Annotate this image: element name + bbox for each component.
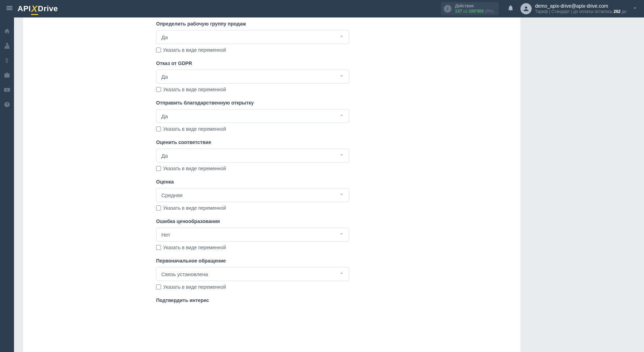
select-gdpr[interactable]: Да xyxy=(156,70,349,84)
field-label: Определить рабочую группу продаж xyxy=(156,21,506,27)
logo-api: API xyxy=(18,4,31,13)
chevron-down-icon xyxy=(339,192,344,198)
select-thankyou-card[interactable]: Да xyxy=(156,109,349,123)
select-pricing-error[interactable]: Нет xyxy=(156,228,349,242)
checkbox-label[interactable]: Указать в виде переменной xyxy=(163,126,226,132)
left-sidebar xyxy=(0,17,14,352)
actions-count: 137 xyxy=(455,9,462,14)
chevron-down-icon xyxy=(339,231,344,238)
tariff-suffix: дн xyxy=(621,9,626,14)
sidebar-home[interactable] xyxy=(0,24,14,38)
field-label: Подтвердить интерес xyxy=(156,297,506,303)
sidebar-help[interactable] xyxy=(0,98,14,111)
form-group: Определить рабочую группу продаж Да Указ… xyxy=(156,21,506,53)
panel-left-column xyxy=(23,17,139,352)
briefcase-icon xyxy=(4,72,10,78)
variable-checkbox[interactable] xyxy=(156,166,161,171)
variable-checkbox[interactable] xyxy=(156,87,161,92)
tariff-prefix: Тариф | Стандарт | до оплаты осталось xyxy=(535,9,614,14)
svg-rect-0 xyxy=(6,43,8,45)
user-menu[interactable]: demo_apix-drive@apix-drive.com Тариф | С… xyxy=(519,3,629,14)
actions-pct: (0%) xyxy=(485,9,493,14)
svg-rect-3 xyxy=(8,47,9,49)
dollar-icon xyxy=(4,57,10,64)
select-value: Да xyxy=(161,113,168,119)
select-sales-group[interactable]: Да xyxy=(156,30,349,44)
app-logo[interactable]: API X Drive xyxy=(18,3,58,14)
checkbox-label[interactable]: Указать в виде переменной xyxy=(163,47,226,53)
logo-drive: Drive xyxy=(38,4,58,13)
tariff-days: 262 xyxy=(614,9,621,14)
user-text: demo_apix-drive@apix-drive.com Тариф | С… xyxy=(535,3,626,14)
sidebar-billing[interactable] xyxy=(0,54,14,67)
svg-rect-2 xyxy=(6,47,8,49)
actions-counter[interactable]: i Действия: 137 из 100'000 (0%) xyxy=(441,2,499,15)
youtube-icon xyxy=(4,87,10,93)
actions-of: из xyxy=(463,9,467,14)
select-assess-match[interactable]: Да xyxy=(156,149,349,163)
variable-checkbox[interactable] xyxy=(156,245,161,250)
form-group: Оценка Средняя Указать в виде переменной xyxy=(156,179,506,211)
actions-label: Действия: xyxy=(455,3,494,9)
checkbox-label[interactable]: Указать в виде переменной xyxy=(163,284,226,290)
field-label: Первоначальное обращение xyxy=(156,258,506,264)
sitemap-icon xyxy=(4,43,10,49)
form-group: Ошибка ценообразования Нет Указать в вид… xyxy=(156,218,506,250)
actions-text: Действия: 137 из 100'000 (0%) xyxy=(455,3,494,14)
checkbox-label[interactable]: Указать в виде переменной xyxy=(163,166,226,171)
select-initial-contact[interactable]: Связь установлена xyxy=(156,267,349,281)
checkbox-label[interactable]: Указать в виде переменной xyxy=(163,245,226,250)
help-icon xyxy=(4,101,10,108)
sidebar-tools[interactable] xyxy=(0,69,14,82)
select-value: Да xyxy=(161,74,168,80)
home-icon xyxy=(4,28,10,34)
form-group: Отказ от GDPR Да Указать в виде переменн… xyxy=(156,60,506,92)
field-label: Оценить соответствие xyxy=(156,139,506,145)
chevron-down-icon xyxy=(632,5,638,11)
svg-rect-1 xyxy=(5,47,6,49)
hamburger-menu[interactable] xyxy=(3,1,16,16)
field-label: Ошибка ценообразования xyxy=(156,218,506,224)
form-column: Определить рабочую группу продаж Да Указ… xyxy=(139,17,520,352)
select-value: Связь установлена xyxy=(161,271,208,277)
checkbox-label[interactable]: Указать в виде переменной xyxy=(163,205,226,211)
top-header: API X Drive i Действия: 137 из 100'000 (… xyxy=(0,0,644,17)
form-group: Первоначальное обращение Связь установле… xyxy=(156,258,506,290)
variable-checkbox[interactable] xyxy=(156,285,161,289)
variable-checkbox[interactable] xyxy=(156,206,161,210)
chevron-down-icon xyxy=(339,73,344,80)
chevron-down-icon xyxy=(339,34,344,40)
bell-icon xyxy=(507,5,514,12)
info-icon: i xyxy=(444,5,451,13)
user-dropdown-toggle[interactable] xyxy=(629,5,641,12)
variable-checkbox[interactable] xyxy=(156,48,161,52)
logo-x: X xyxy=(31,3,37,14)
chevron-down-icon xyxy=(339,113,344,119)
hamburger-icon xyxy=(6,4,13,12)
user-email: demo_apix-drive@apix-drive.com xyxy=(535,3,626,9)
select-rating[interactable]: Средняя xyxy=(156,188,349,202)
variable-checkbox[interactable] xyxy=(156,127,161,131)
form-group: Отправить благодарственную открытку Да У… xyxy=(156,100,506,132)
form-group: Оценить соответствие Да Указать в виде п… xyxy=(156,139,506,171)
notifications-button[interactable] xyxy=(502,5,519,13)
select-value: Нет xyxy=(161,232,170,238)
field-label: Отказ от GDPR xyxy=(156,60,506,66)
field-label: Оценка xyxy=(156,179,506,185)
select-value: Да xyxy=(161,34,168,40)
avatar xyxy=(520,3,532,14)
form-group: Подтвердить интерес xyxy=(156,297,506,303)
chevron-down-icon xyxy=(339,271,344,277)
field-label: Отправить благодарственную открытку xyxy=(156,100,506,106)
chevron-down-icon xyxy=(339,152,344,159)
sidebar-connections[interactable] xyxy=(0,39,14,52)
user-tariff: Тариф | Стандарт | до оплаты осталось 26… xyxy=(535,9,626,14)
select-value: Средняя xyxy=(161,192,182,198)
select-value: Да xyxy=(161,153,168,159)
sidebar-video[interactable] xyxy=(0,83,14,96)
checkbox-label[interactable]: Указать в виде переменной xyxy=(163,87,226,92)
actions-limit: 100'000 xyxy=(469,9,484,14)
user-icon xyxy=(523,5,530,12)
